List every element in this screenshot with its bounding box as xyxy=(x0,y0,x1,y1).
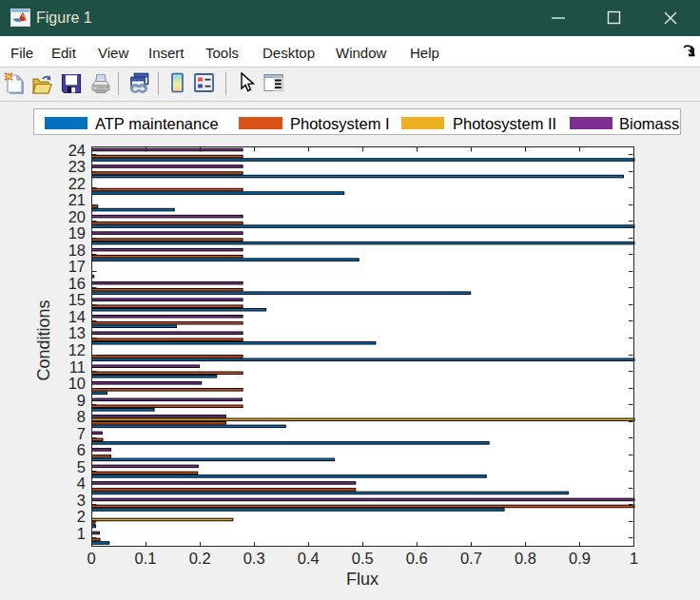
svg-text:10: 10 xyxy=(68,375,86,392)
svg-text:0.8: 0.8 xyxy=(515,550,536,567)
svg-text:0.5: 0.5 xyxy=(352,550,374,567)
svg-text:0.3: 0.3 xyxy=(243,550,265,567)
svg-text:0.4: 0.4 xyxy=(298,550,320,567)
svg-text:4: 4 xyxy=(77,474,86,492)
svg-text:23: 23 xyxy=(68,158,86,175)
svg-text:9: 9 xyxy=(77,392,86,409)
svg-text:5: 5 xyxy=(77,458,86,475)
svg-text:0.1: 0.1 xyxy=(135,550,157,567)
svg-text:20: 20 xyxy=(68,208,86,225)
svg-text:0: 0 xyxy=(87,550,95,567)
svg-text:8: 8 xyxy=(77,408,86,425)
svg-text:14: 14 xyxy=(68,308,86,325)
svg-text:11: 11 xyxy=(69,358,86,376)
svg-text:0.2: 0.2 xyxy=(189,550,211,567)
svg-text:21: 21 xyxy=(68,191,86,208)
svg-text:15: 15 xyxy=(68,291,86,308)
svg-text:Conditions: Conditions xyxy=(34,300,53,380)
svg-text:16: 16 xyxy=(68,275,86,292)
svg-text:2: 2 xyxy=(77,508,86,525)
svg-text:13: 13 xyxy=(68,324,86,341)
svg-text:24: 24 xyxy=(68,142,86,159)
svg-text:1: 1 xyxy=(630,550,638,567)
svg-text:7: 7 xyxy=(77,425,86,442)
svg-text:17: 17 xyxy=(68,258,86,275)
svg-text:18: 18 xyxy=(68,242,86,259)
svg-text:19: 19 xyxy=(68,224,86,242)
svg-text:Flux: Flux xyxy=(346,570,379,589)
svg-text:0.6: 0.6 xyxy=(406,550,428,567)
svg-text:12: 12 xyxy=(68,341,86,358)
svg-text:22: 22 xyxy=(68,175,86,192)
svg-text:3: 3 xyxy=(77,492,86,509)
svg-text:1: 1 xyxy=(77,525,86,542)
svg-text:0.9: 0.9 xyxy=(569,550,591,567)
svg-text:0.7: 0.7 xyxy=(460,550,482,567)
svg-text:6: 6 xyxy=(77,441,86,458)
